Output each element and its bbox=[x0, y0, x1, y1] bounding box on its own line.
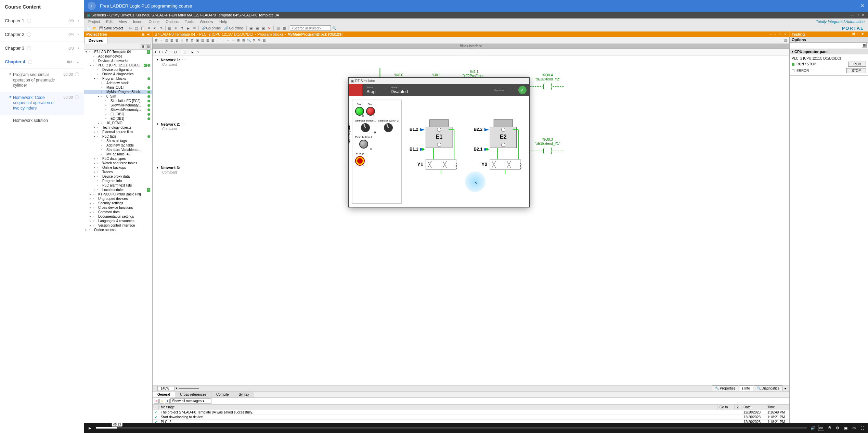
menu-project[interactable]: Project bbox=[86, 19, 103, 24]
cpu-panel-header[interactable]: ▾CPU operator panel bbox=[790, 49, 868, 54]
contact-no-icon[interactable]: ⊢⊣ bbox=[155, 50, 160, 54]
rt-simulator-window[interactable]: ▣ RT Simulator State Stop ⋯ Mode Disable… bbox=[348, 77, 530, 207]
upload-icon[interactable]: ⬆ bbox=[179, 25, 185, 31]
tree-item[interactable]: ▫SimulationFC [FC2] bbox=[84, 99, 152, 103]
tree-item[interactable]: ▸▫Local modules✓ bbox=[84, 188, 152, 192]
menu-view[interactable]: View bbox=[116, 19, 130, 24]
tree-item[interactable]: ▫Show all tags bbox=[84, 139, 152, 143]
menu-insert[interactable]: Insert bbox=[130, 19, 145, 24]
tree-item[interactable]: ▸▫Online access bbox=[84, 228, 152, 232]
download-icon[interactable]: ⬇ bbox=[173, 25, 179, 31]
tree-item[interactable]: ▫Devices & networks bbox=[84, 59, 152, 63]
project-tree[interactable]: ▾▫S7-LAD-P0 Template 04✓▫Add new device▫… bbox=[84, 50, 152, 423]
box-icon[interactable]: ─▢─ bbox=[182, 50, 189, 54]
editor-tool-icon[interactable]: ≡ bbox=[159, 38, 164, 43]
tree-item[interactable]: ▾▫S7-LAD-P0 Template 04✓ bbox=[84, 50, 152, 54]
editor-tool-icon[interactable]: ▦ bbox=[174, 38, 179, 43]
tree-item[interactable]: ▾▫PLC_2 [CPU 1211C DC/DC/DC]✓ bbox=[84, 63, 152, 67]
message-row[interactable]: ✔Start downloading to device.12/20/20231… bbox=[153, 415, 789, 420]
editor-tool-icon[interactable]: ⊟ bbox=[185, 38, 190, 43]
tree-item[interactable]: ▸▫Watch and force tables bbox=[84, 161, 152, 165]
menu-window[interactable]: Window bbox=[197, 19, 216, 24]
editor-tool-icon[interactable]: ≡ bbox=[231, 38, 236, 43]
tree-item[interactable]: ▫SilownikPneumaty... bbox=[84, 103, 152, 107]
devices-tab[interactable]: Devices bbox=[84, 37, 107, 43]
lesson-homework-code[interactable]: ▶ Homework: Code sequential operation of… bbox=[0, 92, 84, 115]
pip-icon[interactable]: ▣ bbox=[843, 425, 849, 431]
maximize-icon[interactable]: □ bbox=[778, 32, 782, 36]
tree-item[interactable]: ▸▫External source files bbox=[84, 130, 152, 134]
tree-item[interactable]: ▸▫Cross-device functions bbox=[84, 205, 152, 210]
tree-item[interactable]: ▸▫Common data bbox=[84, 210, 152, 214]
panel-icon[interactable]: ▫ bbox=[857, 32, 861, 36]
stop-button[interactable]: STOP bbox=[846, 68, 866, 73]
tree-item[interactable]: ▫Standard-Variablenta... bbox=[84, 148, 152, 152]
toolbar-stop-icon[interactable]: ✕ bbox=[267, 25, 272, 31]
editor-tool-icon[interactable]: ⊞ bbox=[236, 38, 241, 43]
close-button[interactable]: ✕ bbox=[860, 3, 865, 9]
minimize-icon[interactable]: — bbox=[850, 13, 854, 17]
tree-view-icon[interactable]: ▦ bbox=[141, 44, 145, 49]
editor-tool-icon[interactable]: ▣ bbox=[195, 38, 200, 43]
tree-item[interactable]: ▸▫Online backups bbox=[84, 165, 152, 170]
toolbar-icon[interactable]: ▣ bbox=[254, 25, 260, 31]
tree-item[interactable]: ▸▫Security settings bbox=[84, 201, 152, 205]
info-tab[interactable]: ℹInfo bbox=[739, 385, 753, 391]
compile-icon[interactable]: ▦ bbox=[167, 25, 172, 31]
chapter-3[interactable]: Chapter 3 0/3› bbox=[0, 41, 84, 55]
menu-online[interactable]: Online bbox=[146, 19, 162, 24]
monitor-icon[interactable]: 👁 bbox=[192, 25, 197, 31]
zoom-input[interactable] bbox=[157, 386, 174, 391]
editor-tool-icon[interactable]: ⚙ bbox=[251, 38, 256, 43]
warn-filter-icon[interactable]: ⚠ bbox=[159, 399, 164, 404]
tree-item[interactable]: ▫Add new tag table bbox=[84, 143, 152, 148]
editor-tool-icon[interactable]: 🔍 bbox=[246, 38, 251, 43]
panel-icon[interactable]: ▤ bbox=[141, 32, 145, 36]
lesson-program-sequential[interactable]: ▶ Program sequential operation of pneuma… bbox=[0, 69, 84, 92]
tree-item[interactable]: ▫Add new block bbox=[84, 81, 152, 85]
contact-nc-icon[interactable]: ⊢/⊣ bbox=[163, 50, 169, 54]
tree-item[interactable]: ▸▫Technology objects bbox=[84, 125, 152, 130]
editor-tool-icon[interactable]: ☰ bbox=[180, 38, 184, 43]
search-input[interactable] bbox=[290, 25, 331, 31]
info-filter-icon[interactable]: ℹ bbox=[165, 399, 170, 404]
collapse-icon[interactable]: ▶ bbox=[862, 32, 866, 36]
save-project-button[interactable]: 💾 Save project bbox=[98, 26, 125, 30]
tree-item[interactable]: ▾▫Program blocks bbox=[84, 76, 152, 81]
undo-icon[interactable]: ↶ bbox=[152, 25, 158, 31]
copy-icon[interactable]: ⿻ bbox=[134, 25, 139, 31]
editor-tool-icon[interactable]: ⊡ bbox=[190, 38, 195, 43]
tree-item[interactable]: ▫MyTagTable [48] bbox=[84, 152, 152, 156]
new-project-icon[interactable]: 📄 bbox=[86, 25, 91, 31]
diagnostics-tab[interactable]: 🔍Diagnostics bbox=[754, 385, 782, 391]
cut-icon[interactable]: ✂ bbox=[128, 25, 133, 31]
speed-icon[interactable]: ⏱ bbox=[826, 425, 832, 431]
editor-tool-icon[interactable]: ▤ bbox=[200, 38, 205, 43]
tree-view-icon[interactable]: ▤ bbox=[146, 44, 151, 49]
coil-icon[interactable]: ─◯─ bbox=[172, 50, 179, 54]
tree-item[interactable]: ▫Program info bbox=[84, 179, 152, 183]
tree-item[interactable]: ▫Add new device bbox=[84, 54, 152, 59]
menu-edit[interactable]: Edit bbox=[103, 19, 115, 24]
properties-tab[interactable]: 🔧Properties bbox=[712, 385, 739, 391]
tree-item[interactable]: ▾▫0_Sim bbox=[84, 94, 152, 99]
editor-tool-icon[interactable]: ↓ bbox=[221, 38, 225, 43]
delete-icon[interactable]: ✕ bbox=[146, 25, 152, 31]
tree-item[interactable]: ▫E1 [DB2] bbox=[84, 112, 152, 116]
branch-icon[interactable]: ↳ bbox=[191, 50, 194, 54]
search-icon[interactable]: 🔍 bbox=[332, 25, 337, 31]
message-filter-dropdown[interactable]: Show all messages ▾ bbox=[170, 398, 211, 404]
state-menu-icon[interactable]: ⋯ bbox=[380, 88, 387, 92]
tree-item[interactable]: ▸▫Languages & resources bbox=[84, 219, 152, 223]
editor-tool-icon[interactable]: 👁 bbox=[257, 38, 261, 43]
zoom-control[interactable]: ▼ bbox=[154, 386, 199, 391]
editor-tool-icon[interactable]: ▦ bbox=[262, 38, 267, 43]
tree-item[interactable]: ▸▫KTP900 [KTP900 Basic PN] bbox=[84, 192, 152, 196]
selector-1[interactable] bbox=[361, 123, 370, 132]
general-subtab[interactable]: General bbox=[153, 392, 175, 397]
options-icon[interactable]: ▦ bbox=[862, 43, 867, 48]
editor-tool-icon[interactable]: ▦ bbox=[210, 38, 215, 43]
tree-item[interactable]: ▫Online & diagnostics bbox=[84, 72, 152, 76]
editor-tool-icon[interactable]: ≡ bbox=[226, 38, 231, 43]
close-icon[interactable]: ✕ bbox=[783, 32, 787, 36]
